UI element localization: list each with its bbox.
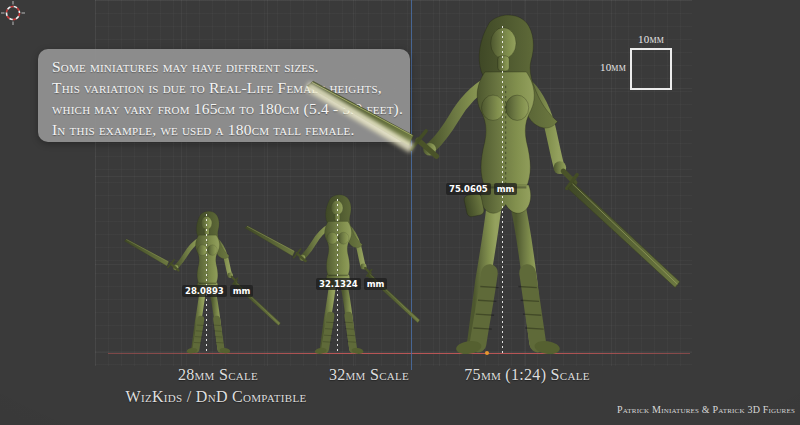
cursor-3d[interactable] [0, 0, 26, 26]
reference-square-side-label: 10mm [586, 61, 626, 73]
scale-label-32mm: 32mm Scale [329, 366, 409, 384]
measurement-unit: mm [494, 183, 518, 195]
viewport-3d[interactable]: Some miniatures may have diffrent sizes.… [0, 0, 800, 425]
measurement-unit: mm [364, 278, 388, 290]
measurement-badge-28mm: 28.0893 mm [182, 285, 253, 297]
measurement-unit: mm [230, 285, 254, 297]
reference-square-top-label: 10mm [630, 33, 672, 45]
reference-square [630, 48, 672, 90]
credit-text: Patrick Miniatures & Patrick 3D Figures [617, 404, 795, 415]
compat-label-28mm: WizKids / DnD Compatible [126, 388, 307, 406]
scale-label-75mm: 75mm (1:24) Scale [464, 366, 589, 384]
measurement-value: 28.0893 [182, 285, 227, 297]
measurement-value: 32.1324 [316, 278, 361, 290]
measure-line-32mm [337, 199, 338, 353]
scale-label-28mm: 28mm Scale [178, 366, 258, 384]
measurement-badge-32mm: 32.1324 mm [316, 278, 387, 290]
measurement-value: 75.0605 [446, 183, 491, 195]
measurement-badge-75mm: 75.0605 mm [446, 183, 517, 195]
measure-line-28mm [206, 214, 207, 353]
